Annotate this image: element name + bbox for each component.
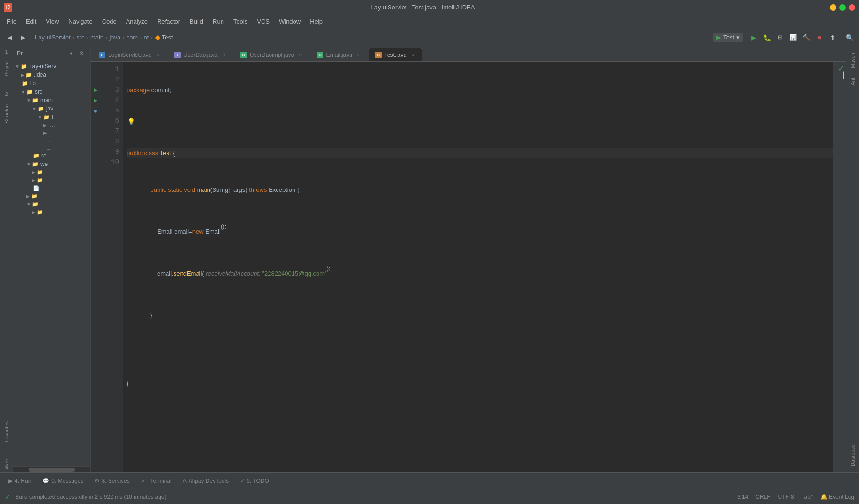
- gutter-3[interactable]: ▶: [92, 85, 99, 95]
- event-log[interactable]: 🔔 Event Log: [820, 494, 854, 500]
- line-ending[interactable]: CRLF: [756, 494, 770, 500]
- maven-panel-tab[interactable]: Maven: [848, 49, 858, 72]
- messages-tab[interactable]: 💬 0: Messages: [38, 474, 88, 488]
- services-tab[interactable]: ⚙ 8: Services: [90, 474, 134, 488]
- tab-userdao[interactable]: I UserDao.java ×: [168, 48, 233, 61]
- tree-java-sub1[interactable]: ▼ 📁 l: [13, 113, 90, 121]
- menu-file[interactable]: File: [2, 16, 21, 27]
- stop-button[interactable]: ■: [814, 32, 825, 43]
- tree-src[interactable]: ▼ 📁 src: [13, 87, 90, 96]
- tree-root[interactable]: ▼ 📁 Lay-uiServ: [13, 62, 90, 71]
- run-configuration[interactable]: ▶ Test ▾: [713, 33, 743, 42]
- right-panels: Maven Ant Database: [846, 47, 859, 472]
- favorites-panel-tab[interactable]: Favorites: [2, 417, 11, 446]
- services-tab-label: 8: Services: [102, 478, 129, 484]
- breadcrumb-nt[interactable]: nt: [144, 34, 149, 41]
- line-num-8: 8: [102, 136, 119, 147]
- menu-analyze[interactable]: Analyze: [121, 16, 152, 27]
- breadcrumb-java[interactable]: java: [109, 34, 120, 41]
- code-content[interactable]: package com.nt; 💡 public class Test { pu…: [123, 62, 833, 472]
- tab-label-userdao: UserDao.java: [183, 52, 218, 58]
- project-panel-tab[interactable]: Project: [2, 56, 11, 80]
- back-button[interactable]: ◀: [4, 31, 16, 44]
- todo-tab[interactable]: ✓ 6: TODO: [235, 474, 274, 488]
- tab-test[interactable]: C Test.java ×: [369, 48, 422, 61]
- menu-tools[interactable]: Tools: [229, 16, 252, 27]
- tab-close-email[interactable]: ×: [355, 52, 362, 58]
- coverage-button[interactable]: ⊞: [774, 32, 786, 43]
- run-tab-icon: ▶: [8, 478, 13, 484]
- project-panel-settings-button[interactable]: ⚙: [76, 48, 87, 59]
- tab-close-userdao[interactable]: ×: [221, 52, 227, 58]
- menu-build[interactable]: Build: [185, 16, 208, 27]
- tree-web-sub4[interactable]: ▶ 📁: [13, 192, 90, 200]
- vcs-update-button[interactable]: ⬆: [827, 32, 838, 43]
- tree-web-sub2[interactable]: ▶ 📁: [13, 176, 90, 184]
- cursor-position[interactable]: 3:14: [737, 494, 748, 500]
- database-panel-tab[interactable]: Database: [848, 441, 858, 470]
- maximize-button[interactable]: [839, 4, 846, 11]
- project-scrollbar[interactable]: [13, 466, 90, 472]
- tab-userdaoimpl[interactable]: C UserDaoimpl.java ×: [234, 48, 310, 61]
- tree-web-sub6[interactable]: ▶ 📁: [13, 208, 90, 216]
- terminal-tab[interactable]: >_ Terminal: [136, 474, 176, 488]
- menu-refactor[interactable]: Refactor: [152, 16, 185, 27]
- project-panel-add-button[interactable]: +: [66, 48, 76, 59]
- web-panel-tab[interactable]: Web: [2, 456, 11, 472]
- debug-button[interactable]: 🐛: [761, 32, 772, 43]
- tab-close-test[interactable]: ×: [409, 52, 416, 58]
- warning-bulb-icon[interactable]: 💡: [127, 117, 135, 127]
- menu-navigate[interactable]: Navigate: [64, 16, 97, 27]
- tree-idea[interactable]: ▶ 📁 .idea: [13, 71, 90, 79]
- line-num-5: 5: [102, 105, 119, 116]
- gutter-4[interactable]: ▶: [92, 95, 99, 105]
- build-button[interactable]: 🔨: [801, 32, 812, 43]
- tab-close-loginservlet[interactable]: ×: [154, 52, 161, 58]
- tree-lib[interactable]: 📁 lib: [13, 79, 90, 87]
- menu-edit[interactable]: Edit: [21, 16, 41, 27]
- alipay-icon: A: [183, 478, 187, 484]
- tree-java-sub4[interactable]: …: [13, 136, 90, 144]
- code-line-9: }: [127, 378, 833, 389]
- ant-panel-tab[interactable]: Ant: [848, 74, 858, 89]
- messages-tab-label: 0: Messages: [51, 478, 83, 484]
- breadcrumb-main[interactable]: main: [90, 34, 103, 41]
- tab-close-userdaoimpl[interactable]: ×: [297, 52, 303, 58]
- breadcrumb-com[interactable]: com: [127, 34, 138, 41]
- encoding[interactable]: UTF-8: [778, 494, 794, 500]
- tree-java-sub3[interactable]: ▶ …: [13, 129, 90, 136]
- minimize-button[interactable]: [830, 4, 836, 11]
- menu-run[interactable]: Run: [208, 16, 229, 27]
- profile-button[interactable]: 📊: [787, 32, 799, 43]
- search-everywhere-button[interactable]: 🔍: [844, 32, 855, 43]
- run-tab[interactable]: ▶ 4: Run: [4, 474, 36, 488]
- tabs-bar: C LoginServlet.java × I UserDao.java × C…: [91, 47, 846, 62]
- menu-view[interactable]: View: [41, 16, 64, 27]
- tree-java-sub5[interactable]: …: [13, 144, 90, 151]
- menu-help[interactable]: Help: [305, 16, 327, 27]
- tree-java-sub2[interactable]: ▶ …: [13, 121, 90, 129]
- close-button[interactable]: [849, 4, 855, 11]
- tree-java-dir[interactable]: ▼ 📁 jav: [13, 104, 90, 113]
- indent[interactable]: Tab*: [802, 494, 813, 500]
- forward-button[interactable]: ▶: [17, 31, 29, 44]
- menu-code[interactable]: Code: [97, 16, 121, 27]
- alipay-devtools-tab[interactable]: A Alipay DevTools: [178, 474, 233, 488]
- tree-main[interactable]: ▼ 📁 main: [13, 96, 90, 104]
- run-button[interactable]: ▶: [748, 32, 759, 43]
- tree-resources[interactable]: 📁 re: [13, 151, 90, 160]
- tree-web-sub5[interactable]: ▼ 📁: [13, 200, 90, 208]
- breadcrumb-project[interactable]: Lay-uiServlet: [35, 34, 71, 41]
- tab-email[interactable]: C Email.java ×: [310, 48, 367, 61]
- tree-web-sub1[interactable]: ▶ 📁: [13, 168, 90, 176]
- structure-panel-tab[interactable]: Structure: [2, 99, 11, 127]
- tree-webapp[interactable]: ▼ 📁 we: [13, 160, 90, 168]
- breadcrumb-test[interactable]: 🔶Test: [155, 34, 173, 41]
- menu-window[interactable]: Window: [274, 16, 305, 27]
- breadcrumb-src[interactable]: src: [76, 34, 84, 41]
- tab-loginservlet[interactable]: C LoginServlet.java ×: [93, 48, 167, 61]
- menu-vcs[interactable]: VCS: [252, 16, 274, 27]
- line-num-9: 9: [102, 147, 119, 157]
- project-panel: Pr… + ⚙ ▼ 📁 Lay-uiServ ▶ 📁 .idea 📁 lib: [13, 47, 91, 472]
- tree-web-sub3[interactable]: 📄: [13, 184, 90, 192]
